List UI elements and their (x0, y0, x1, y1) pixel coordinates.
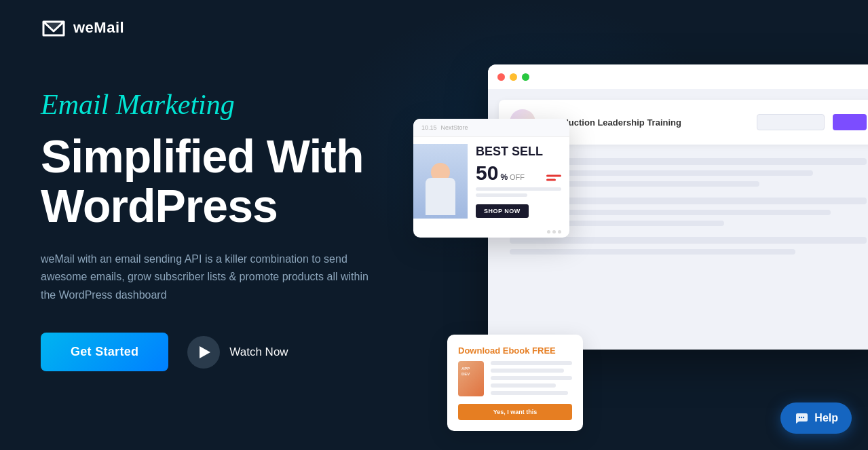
bestsell-date: 10.15 (421, 124, 437, 131)
browser-dot-close (497, 73, 505, 81)
svg-point-3 (799, 417, 800, 418)
ebook-title: Download Ebook FREE (458, 345, 572, 356)
ebook-card: Download Ebook FREE APPDEV Yes, I want t… (447, 335, 583, 431)
header: weMail (41, 15, 124, 41)
join-button-mock (833, 114, 867, 130)
hero-mockup: Introduction Leadership Training (413, 64, 868, 431)
wemail-logo-icon (41, 15, 67, 41)
help-button[interactable]: Help (780, 402, 852, 434)
logo-text: weMail (73, 19, 124, 37)
svg-point-5 (803, 417, 804, 418)
play-icon (187, 336, 220, 369)
email-input-mock (757, 114, 825, 130)
help-label: Help (814, 412, 838, 424)
get-started-button[interactable]: Get Started (41, 333, 168, 371)
bestsell-card: 10.15 NextStore BEST SELL 50 % OFF (413, 119, 569, 238)
bestsell-label: BEST SELL (476, 145, 561, 159)
training-info: Introduction Leadership Training (544, 117, 749, 128)
bestsell-number: 50 (476, 162, 498, 185)
ebook-phone-image: APPDEV (458, 361, 484, 396)
bestsell-topbar: 10.15 NextStore (413, 119, 569, 137)
bestsell-person-image (413, 144, 468, 219)
ebook-btn-label: Yes, I want this (493, 409, 537, 415)
bestsell-lines (476, 187, 561, 197)
hero-headline: Simplified With WordPress (41, 132, 373, 231)
ebook-body: APPDEV (458, 361, 572, 398)
browser-bar (488, 64, 868, 89)
red-accent-lines (546, 175, 561, 181)
bestsell-store: NextStore (441, 124, 468, 131)
cta-row: Get Started Watch Now (41, 333, 373, 371)
bestsell-off: OFF (510, 173, 525, 181)
ebook-cta-button: Yes, I want this (458, 404, 572, 420)
training-title: Introduction Leadership Training (544, 117, 749, 128)
bestsell-percent: % (500, 172, 508, 182)
hero-section: Email Marketing Simplified With WordPres… (41, 88, 373, 371)
ebook-text-lines (491, 361, 572, 398)
bestsell-body: BEST SELL 50 % OFF SHOP NOW (413, 137, 569, 226)
hero-tagline: Email Marketing (41, 88, 373, 121)
hero-description: weMail with an email sending API is a ki… (41, 250, 373, 304)
bestsell-info: BEST SELL 50 % OFF SHOP NOW (468, 137, 569, 226)
watch-now-button[interactable]: Watch Now (187, 336, 288, 369)
chat-icon (794, 411, 809, 426)
svg-point-4 (801, 417, 802, 418)
browser-dot-minimize (510, 73, 517, 81)
person-figure (420, 157, 461, 219)
shop-now-button: SHOP NOW (476, 204, 529, 218)
bestsell-footer (413, 226, 569, 238)
browser-dot-expand (522, 73, 529, 81)
